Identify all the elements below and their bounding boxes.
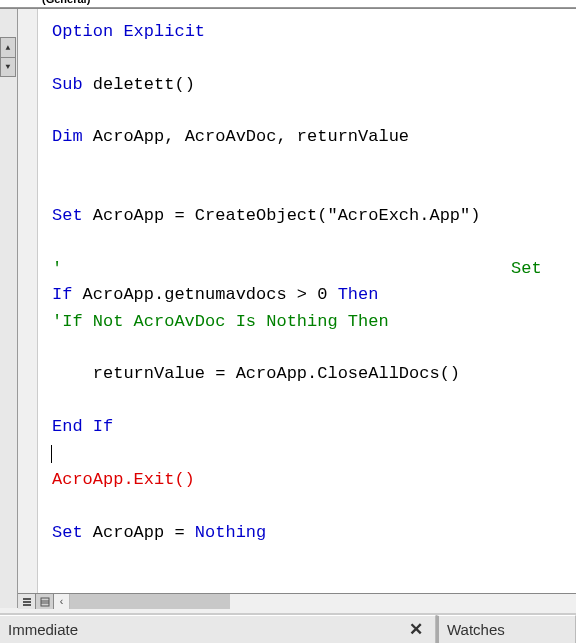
bottom-panels: Immediate ✕ Watches — [0, 613, 576, 643]
horizontal-scrollbar[interactable]: ‹ — [54, 594, 576, 609]
watches-label: Watches — [447, 621, 505, 638]
code-token: Nothing — [195, 523, 266, 542]
full-module-view-button[interactable] — [36, 594, 54, 609]
code-token: returnValue = AcroApp.CloseAllDocs() — [52, 364, 460, 383]
code-token: AcroApp = — [83, 523, 195, 542]
code-token: Dim — [52, 127, 83, 146]
immediate-panel-tab[interactable]: Immediate ✕ — [0, 615, 436, 643]
split-toggle[interactable]: ▲ ▼ — [0, 37, 16, 77]
left-gutter: ▲ ▼ — [0, 9, 18, 608]
code-token — [83, 417, 93, 436]
code-token: End — [52, 417, 83, 436]
code-token: AcroApp.Exit() — [52, 470, 195, 489]
code-token: Then — [338, 285, 379, 304]
code-token: Set — [52, 206, 83, 225]
code-token: deletett() — [83, 75, 195, 94]
svg-rect-2 — [23, 604, 31, 606]
split-down-icon[interactable]: ▼ — [1, 58, 15, 77]
close-icon[interactable]: ✕ — [405, 619, 427, 640]
code-token: If — [52, 285, 72, 304]
code-token: AcroApp.getnumavdocs > 0 — [72, 285, 337, 304]
procedure-view-icon — [22, 597, 32, 607]
object-procedure-bar: (General) — [0, 0, 576, 8]
split-up-icon[interactable]: ▲ — [1, 38, 15, 58]
scroll-left-button[interactable]: ‹ — [54, 594, 70, 609]
procedure-view-button[interactable] — [18, 594, 36, 609]
code-token: ' Set — [52, 259, 542, 278]
watches-panel-tab[interactable]: Watches — [436, 615, 576, 643]
text-cursor — [51, 445, 52, 463]
immediate-label: Immediate — [8, 621, 78, 638]
full-module-view-icon — [40, 597, 50, 607]
code-token: If — [93, 417, 113, 436]
code-text-area[interactable]: Option Explicit Sub deletett() Dim AcroA… — [38, 9, 576, 608]
svg-rect-0 — [23, 598, 31, 600]
code-token: Option — [52, 22, 113, 41]
editor-bottom-strip: ‹ — [18, 593, 576, 609]
object-dropdown-label[interactable]: (General) — [42, 0, 90, 5]
code-token: Sub — [52, 75, 83, 94]
code-token: 'If Not AcroAvDoc Is Nothing Then — [52, 312, 389, 331]
code-token: Explicit — [113, 22, 205, 41]
code-editor-container: ▲ ▼ Option Explicit Sub deletett() Dim A… — [0, 8, 576, 608]
code-token: AcroApp, AcroAvDoc, returnValue — [83, 127, 409, 146]
margin-indicator-bar — [18, 9, 38, 608]
code-token: AcroApp = CreateObject("AcroExch.App") — [83, 206, 481, 225]
scroll-thumb[interactable] — [70, 594, 230, 609]
code-token: Set — [52, 523, 83, 542]
svg-rect-3 — [41, 598, 49, 606]
svg-rect-1 — [23, 601, 31, 603]
